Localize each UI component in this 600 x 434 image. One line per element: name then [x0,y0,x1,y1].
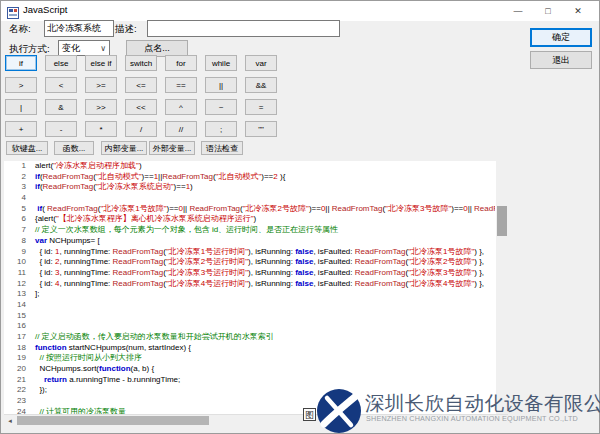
line-number: 10 [4,257,35,268]
code-line: 18function startNCHpumps(num, startIndex… [4,343,495,354]
vertical-scrollbar-thumb[interactable] [497,206,507,236]
code-text [35,321,37,332]
close-button[interactable]: ✕ [563,1,593,21]
keypad-button[interactable]: // [165,121,197,137]
code-lines[interactable]: 1alert("冷冻水泵启动程序加载")2if(ReadFromTag("北自动… [4,161,495,414]
code-line: 17// 定义启动函数，传入要启动的水泵数量和开始尝试开机的水泵索引 [4,332,495,343]
code-text: }); [35,385,47,396]
keypad-button[interactable]: else if [85,55,117,71]
minimize-button[interactable]: — [503,1,533,21]
code-line: 10 { id: 2, runningTime: ReadFromTag("北冷… [4,257,495,268]
line-number: 9 [4,247,35,258]
keypad-button[interactable]: < [45,77,77,93]
soft-keyboard-button[interactable]: 软键盘... [6,141,48,155]
code-text: { id: 4, runningTime: ReadFromTag("北冷冻泵4… [35,279,484,290]
exit-button[interactable]: 退出 [530,51,592,69]
keypad-button[interactable]: && [245,77,277,93]
code-text: if( ReadFromTag("北冷冻泵1号故障")==0|| ReadFro… [35,204,495,215]
code-line: 4 [4,193,495,204]
desc-input[interactable] [147,20,340,37]
keypad-button[interactable]: switch [125,55,157,71]
code-text [35,193,37,204]
line-number: 21 [4,375,35,386]
functions-button[interactable]: 函数... [54,141,94,155]
code-line: 8var NCHpumps= [ [4,236,495,247]
horizontal-scrollbar-thumb[interactable] [17,416,209,425]
keypad-button[interactable]: >> [85,99,117,115]
company-name-en: SHENZHEN CHANGXIN AUTOMATION EQUIPMENT C… [366,414,578,423]
code-text: ]; [35,289,39,300]
line-number: 14 [4,300,35,311]
keypad-button[interactable]: ~ [205,99,237,115]
code-line: 6{alert("【北冷冻水泵程序】离心机冷冻水泵系统启动程序运行") [4,214,495,225]
code-line: 5 if( ReadFromTag("北冷冻泵1号故障")==0|| ReadF… [4,204,495,215]
keypad-button[interactable]: for [165,55,197,71]
maximize-button[interactable]: □ [533,1,563,21]
keypad-button[interactable]: ^ [165,99,197,115]
code-text: // 定义一次水泵数组，每个元素为一个对象，包含 id、运行时间、是否正在运行等… [35,225,338,236]
line-number: 5 [4,204,35,215]
code-text [35,311,37,322]
keypad-button[interactable]: > [5,77,37,93]
code-text: // 计算可用的冷冻泵数量 [35,407,126,414]
keypad-button[interactable]: || [205,77,237,93]
keypad-grid: ifelseelse ifswitchforwhilevar><>=<===||… [1,55,301,145]
name-input[interactable] [44,20,114,37]
code-line: 13]; [4,289,495,300]
line-number: 3 [4,182,35,193]
code-text: { id: 3, runningTime: ReadFromTag("北冷冻泵3… [35,268,484,279]
ok-button[interactable]: 确定 [530,28,592,47]
code-text [35,396,37,407]
code-text: alert("冷冻水泵启动程序加载") [35,161,142,172]
code-line: 9 { id: 1, runningTime: ReadFromTag("北冷冻… [4,247,495,258]
keypad-button[interactable]: var [245,55,277,71]
keypad-button[interactable]: / [125,121,157,137]
code-line: 16 [4,321,495,332]
keypad-button[interactable]: else [45,55,77,71]
line-number: 8 [4,236,35,247]
keypad-button[interactable]: if [5,55,37,71]
scroll-left-arrow-icon[interactable]: ◂ [4,415,16,426]
line-number: 19 [4,353,35,364]
keypad-button[interactable]: = [245,99,277,115]
code-text: // 按照运行时间从小到大排序 [35,353,142,364]
app-icon [7,5,19,17]
name-label: 名称: [9,23,31,36]
line-number: 20 [4,364,35,375]
changxin-logo-icon [317,389,361,433]
line-number: 12 [4,279,35,290]
title-bar: JavaScript — □ ✕ [1,1,599,21]
code-line: 14 [4,300,495,311]
code-line: 1alert("冷冻水泵启动程序加载") [4,161,495,172]
keypad-button[interactable]: - [45,121,77,137]
keypad-button[interactable]: while [205,55,237,71]
code-text: function startNCHpumps(num, startIndex) … [35,343,191,354]
keypad-button[interactable]: >= [85,77,117,93]
keypad-button[interactable]: "" [245,121,277,137]
code-text: if(ReadFromTag("北自动模式")==1||ReadFromTag(… [35,172,285,183]
syntax-check-button[interactable]: 语法检查 [201,141,243,155]
exec-mode-select[interactable]: 变化 ∨ [58,40,110,56]
code-line: 3if(ReadFromTag("北冷冻水泵系统启动")==1) [4,182,495,193]
line-number: 23 [4,396,35,407]
keypad-button[interactable]: + [5,121,37,137]
line-number: 13 [4,289,35,300]
external-vars-button[interactable]: 外部变量... [149,141,195,155]
keypad-button[interactable]: << [125,99,157,115]
keypad-button[interactable]: == [165,77,197,93]
vertical-scrollbar[interactable] [496,161,508,414]
line-number: 7 [4,225,35,236]
keypad-button[interactable]: ; [205,121,237,137]
window-title: JavaScript [23,4,67,15]
code-text: { id: 2, runningTime: ReadFromTag("北冷冻泵2… [35,257,484,268]
code-line: 12 { id: 4, runningTime: ReadFromTag("北冷… [4,279,495,290]
company-watermark: 图 深圳长欣自动化设备有限公司 SHENZHEN CHANGXIN AUTOMA… [299,385,599,434]
internal-vars-button[interactable]: 内部变量... [101,141,147,155]
code-text [35,300,37,311]
keypad-button[interactable]: & [45,99,77,115]
line-number: 22 [4,385,35,396]
keypad-button[interactable]: * [85,121,117,137]
keypad-button[interactable]: | [5,99,37,115]
keypad-button[interactable]: <= [125,77,157,93]
line-number: 17 [4,332,35,343]
